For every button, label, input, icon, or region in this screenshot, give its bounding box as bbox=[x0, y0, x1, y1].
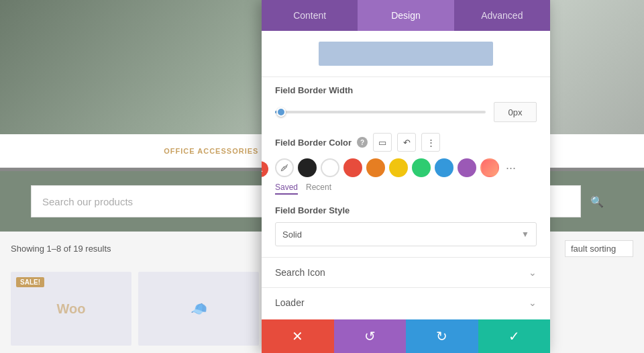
panel-body: Field Border Width 0px 1 Field Border Co… bbox=[262, 31, 550, 353]
undo-button[interactable]: ↺ bbox=[334, 319, 407, 353]
redo-button[interactable]: ↻ bbox=[406, 319, 478, 353]
product-card-1: SALE! Woo bbox=[11, 272, 131, 346]
color-label-row: 1 Field Border Color ? ▭ ↶ ⋮ bbox=[275, 133, 537, 152]
step-badge: 1 bbox=[262, 161, 268, 177]
results-count: Showing 1–8 of 19 results bbox=[11, 244, 111, 254]
redo-icon: ↻ bbox=[436, 328, 447, 344]
cancel-button[interactable]: ✕ bbox=[262, 319, 334, 353]
search-submit-button[interactable]: 🔍 bbox=[581, 185, 613, 217]
swatch-pink[interactable] bbox=[480, 158, 499, 177]
more-swatches-button[interactable]: ··· bbox=[503, 161, 519, 175]
cancel-icon: ✕ bbox=[292, 328, 303, 344]
preview-input-bar bbox=[319, 42, 493, 66]
field-border-width-section: Field Border Width 0px bbox=[262, 85, 550, 133]
color-mode-tabs: Saved Recent bbox=[275, 183, 537, 195]
swatch-orange[interactable] bbox=[366, 158, 385, 177]
tab-advanced[interactable]: Advanced bbox=[454, 0, 550, 31]
swatch-black[interactable] bbox=[298, 158, 317, 177]
border-style-value: Solid bbox=[282, 230, 302, 240]
swatch-green[interactable] bbox=[412, 158, 431, 177]
preview-area bbox=[262, 31, 550, 77]
cursor-icon[interactable]: ↶ bbox=[397, 133, 416, 152]
save-icon: ✓ bbox=[508, 328, 520, 344]
divider-1 bbox=[262, 77, 550, 77]
loader-label: Loader bbox=[275, 297, 305, 308]
undo-color-icon[interactable]: ⋮ bbox=[421, 133, 440, 152]
search-icon-label: Search Icon bbox=[275, 267, 325, 278]
field-border-color-label: Field Border Color bbox=[275, 138, 352, 148]
field-border-color-section: 1 Field Border Color ? ▭ ↶ ⋮ bbox=[262, 133, 550, 205]
product-image-woo: Woo bbox=[57, 301, 86, 317]
swatch-purple[interactable] bbox=[458, 158, 476, 177]
swatch-red[interactable] bbox=[343, 158, 362, 177]
field-border-width-label: Field Border Width bbox=[275, 85, 537, 95]
slider-row: 0px bbox=[275, 102, 537, 122]
monitor-icon[interactable]: ▭ bbox=[373, 133, 392, 152]
search-icon-accordion[interactable]: Search Icon ⌄ bbox=[262, 257, 550, 287]
tab-content[interactable]: Content bbox=[262, 0, 358, 31]
border-width-input[interactable]: 0px bbox=[494, 102, 537, 122]
field-border-style-section: Field Border Style Solid ▼ bbox=[262, 205, 550, 257]
sort-select[interactable]: fault sorting bbox=[565, 240, 633, 257]
field-border-style-label: Field Border Style bbox=[275, 205, 537, 215]
swatch-yellow[interactable] bbox=[389, 158, 408, 177]
tab-design[interactable]: Design bbox=[358, 0, 453, 31]
save-button[interactable]: ✓ bbox=[478, 319, 551, 353]
help-icon[interactable]: ? bbox=[357, 137, 368, 148]
swatch-white[interactable] bbox=[321, 158, 339, 177]
undo-icon: ↺ bbox=[364, 328, 376, 344]
nav-item-accessories: OFFICE ACCESSORIES bbox=[164, 147, 258, 155]
tab-recent[interactable]: Recent bbox=[306, 183, 331, 195]
color-swatches-row: ··· bbox=[275, 158, 537, 177]
sale-badge: SALE! bbox=[16, 277, 44, 287]
product-card-2: 🧢 bbox=[138, 272, 259, 346]
panel-tabs: Content Design Advanced bbox=[262, 0, 550, 31]
border-width-slider[interactable] bbox=[275, 111, 486, 113]
settings-panel: Content Design Advanced Field Border Wid… bbox=[262, 0, 550, 353]
product-image-2: 🧢 bbox=[191, 301, 207, 317]
eyedropper-button[interactable] bbox=[275, 158, 294, 177]
bottom-toolbar: ✕ ↺ ↻ ✓ bbox=[262, 319, 550, 353]
tab-saved[interactable]: Saved bbox=[275, 183, 298, 195]
loader-chevron: ⌄ bbox=[529, 297, 537, 308]
search-icon-chevron: ⌄ bbox=[529, 267, 537, 278]
border-style-select[interactable]: Solid ▼ bbox=[275, 222, 537, 246]
swatch-blue[interactable] bbox=[435, 158, 453, 177]
slider-thumb[interactable] bbox=[276, 107, 286, 117]
loader-accordion[interactable]: Loader ⌄ bbox=[262, 287, 550, 317]
select-arrow-icon: ▼ bbox=[521, 230, 529, 239]
